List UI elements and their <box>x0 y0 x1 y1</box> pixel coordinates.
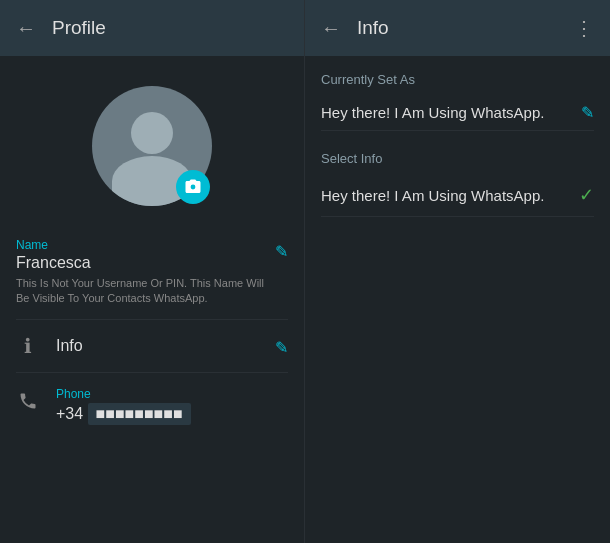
info-edit-icon[interactable]: ✎ <box>275 338 288 357</box>
phone-label: Phone <box>56 387 288 401</box>
phone-icon <box>16 391 40 416</box>
name-field-content: Name Francesca This Is Not Your Username… <box>16 238 267 307</box>
left-panel: ← Profile Name Francesca <box>0 0 305 543</box>
select-info-label: Select Info <box>321 151 594 166</box>
current-set-section: Currently Set As Hey there! I Am Using W… <box>321 72 594 131</box>
name-value: Francesca <box>16 254 267 272</box>
name-edit-icon[interactable]: ✎ <box>275 242 288 261</box>
info-label: Info <box>56 337 267 355</box>
phone-number-masked: ■■■■■■■■■ <box>88 403 191 425</box>
right-header-left: ← Info <box>321 17 389 40</box>
right-panel-title: Info <box>357 17 389 39</box>
select-status-text: Hey there! I Am Using WhatsApp. <box>321 187 544 204</box>
current-status-item: Hey there! I Am Using WhatsApp. ✎ <box>321 95 594 131</box>
current-set-label: Currently Set As <box>321 72 594 87</box>
phone-section: Phone +34 ■■■■■■■■■ <box>16 373 288 425</box>
right-back-icon[interactable]: ← <box>321 17 341 40</box>
info-row: ℹ Info ✎ <box>16 320 288 373</box>
left-header: ← Profile <box>0 0 304 56</box>
name-field-row: Name Francesca This Is Not Your Username… <box>16 238 288 307</box>
current-status-edit-icon[interactable]: ✎ <box>581 103 594 122</box>
avatar-head <box>131 112 173 154</box>
left-back-icon[interactable]: ← <box>16 17 36 40</box>
more-options-icon[interactable]: ⋮ <box>574 16 594 40</box>
avatar-section <box>0 56 304 226</box>
avatar-wrapper <box>92 86 212 206</box>
right-content: Currently Set As Hey there! I Am Using W… <box>305 56 610 543</box>
select-status-item[interactable]: Hey there! I Am Using WhatsApp. ✓ <box>321 174 594 217</box>
check-icon: ✓ <box>579 184 594 206</box>
info-icon: ℹ <box>16 334 40 358</box>
select-info-section: Select Info Hey there! I Am Using WhatsA… <box>321 151 594 217</box>
camera-button[interactable] <box>176 170 210 204</box>
right-header: ← Info ⋮ <box>305 0 610 56</box>
name-label: Name <box>16 238 267 252</box>
name-field-section: Name Francesca This Is Not Your Username… <box>16 226 288 320</box>
current-status-text: Hey there! I Am Using WhatsApp. <box>321 104 544 121</box>
name-subtext: This Is Not Your Username Or PIN. This N… <box>16 276 267 307</box>
profile-fields: Name Francesca This Is Not Your Username… <box>0 226 304 543</box>
phone-inner: Phone +34 ■■■■■■■■■ <box>16 387 288 425</box>
left-panel-title: Profile <box>52 17 106 39</box>
right-panel: ← Info ⋮ Currently Set As Hey there! I A… <box>305 0 610 543</box>
phone-content: Phone +34 ■■■■■■■■■ <box>56 387 288 425</box>
phone-value: +34 ■■■■■■■■■ <box>56 403 288 425</box>
